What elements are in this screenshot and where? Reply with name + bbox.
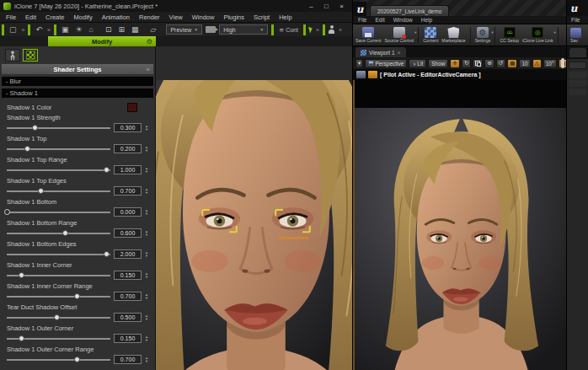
slider-value[interactable]: 0.200 bbox=[114, 144, 142, 153]
chevron-down-icon[interactable]: ▼ bbox=[490, 30, 494, 35]
angle-snap-value[interactable]: 10° bbox=[543, 59, 557, 68]
spin-down-icon[interactable]: ▼ bbox=[145, 128, 148, 131]
light-icon[interactable]: ☀ bbox=[73, 24, 83, 35]
viewport-options-button[interactable]: ▾ bbox=[355, 59, 363, 68]
slider-thumb[interactable] bbox=[19, 335, 24, 341]
spinner[interactable]: ▲▼ bbox=[145, 230, 148, 237]
layout-icon[interactable]: ▣ bbox=[60, 24, 71, 35]
slider-value[interactable]: 0.150 bbox=[114, 334, 142, 343]
spinner[interactable]: ▲▼ bbox=[145, 146, 148, 153]
spin-down-icon[interactable]: ▼ bbox=[145, 149, 148, 153]
show-button[interactable]: Show bbox=[428, 59, 448, 68]
grid-snap-value[interactable]: 10 bbox=[519, 59, 530, 68]
spinner[interactable]: ▲▼ bbox=[145, 357, 148, 363]
spinner[interactable]: ▲▼ bbox=[145, 272, 148, 279]
menu-item-script[interactable]: Script bbox=[254, 13, 270, 21]
menu-item-window[interactable]: Window bbox=[393, 17, 413, 23]
slider-track[interactable] bbox=[7, 354, 110, 365]
slider-track[interactable] bbox=[7, 333, 110, 344]
angle-snap-icon[interactable]: △ bbox=[532, 59, 542, 68]
iclone-live-link-button[interactable]: ▼iClone Live Link bbox=[521, 27, 554, 43]
slider-thumb[interactable] bbox=[54, 314, 60, 320]
spin-down-icon[interactable]: ▼ bbox=[145, 170, 148, 174]
minimize-button[interactable]: – bbox=[304, 2, 318, 11]
menu-item-view[interactable]: View bbox=[169, 13, 183, 21]
cc-setup-button[interactable]: CC Setup bbox=[499, 27, 520, 43]
details-row[interactable] bbox=[569, 72, 586, 78]
slider-value[interactable]: 1.000 bbox=[114, 165, 142, 174]
spin-down-icon[interactable]: ▼ bbox=[145, 276, 148, 279]
file-menu-item[interactable]: File bbox=[567, 16, 588, 24]
scale-tool-icon[interactable] bbox=[473, 59, 483, 68]
slider-track[interactable] bbox=[7, 143, 110, 154]
close-button[interactable]: × bbox=[334, 2, 349, 11]
slider-thumb[interactable] bbox=[24, 146, 30, 152]
rotate-tool-icon[interactable]: ↻ bbox=[462, 59, 471, 68]
slider-thumb[interactable] bbox=[74, 357, 80, 362]
menu-item-file[interactable]: File bbox=[6, 13, 16, 21]
more-icon[interactable]: » bbox=[22, 27, 25, 33]
maximize-button[interactable]: □ bbox=[319, 2, 334, 11]
actor-icon[interactable] bbox=[329, 25, 335, 34]
secondary-tab[interactable] bbox=[567, 48, 588, 59]
home-view-icon[interactable]: ⌂ bbox=[87, 24, 94, 35]
content-button[interactable]: ≋ Cont bbox=[277, 24, 300, 35]
slider-value[interactable]: 0.300 bbox=[114, 123, 142, 132]
slider-track[interactable] bbox=[7, 206, 110, 217]
section-shadow1[interactable]: - Shadow 1 bbox=[2, 88, 153, 98]
iclone-titlebar[interactable]: iClone 7 [May 26 2020] - Katherine_clean… bbox=[0, 0, 352, 12]
quality-dropdown[interactable]: High ▼ bbox=[219, 24, 268, 35]
character-render-unreal[interactable] bbox=[355, 108, 567, 370]
slider-track[interactable] bbox=[7, 270, 110, 281]
slider-thumb[interactable] bbox=[19, 272, 24, 278]
spinner[interactable]: ▲▼ bbox=[145, 335, 148, 342]
details-row[interactable] bbox=[569, 88, 586, 95]
save-current-button[interactable]: Save Current bbox=[355, 27, 382, 43]
spin-down-icon[interactable]: ▼ bbox=[145, 360, 148, 363]
settings-button[interactable]: ▼Settings bbox=[474, 27, 492, 43]
spin-down-icon[interactable]: ▼ bbox=[145, 212, 148, 216]
tab-material[interactable] bbox=[23, 49, 38, 62]
project-tab[interactable]: 20200527_LiveLink_demo bbox=[370, 5, 449, 16]
iclone-viewport[interactable] bbox=[156, 46, 352, 370]
spinner[interactable]: ▲▼ bbox=[145, 314, 148, 321]
menu-item-edit[interactable]: Edit bbox=[375, 17, 384, 23]
chevron-down-icon[interactable]: ▼ bbox=[553, 30, 557, 35]
transform-gizmo-icon[interactable]: ▱ bbox=[149, 24, 158, 35]
slider-value[interactable]: 0.000 bbox=[114, 207, 142, 217]
unreal-titlebar[interactable]: u 20200527_LiveLink_demo bbox=[353, 0, 566, 16]
tab-avatar[interactable] bbox=[5, 49, 20, 62]
secondary-titlebar[interactable]: u bbox=[567, 0, 588, 16]
select-cursor-icon[interactable] bbox=[308, 26, 313, 34]
slider-value[interactable]: 2.000 bbox=[114, 249, 142, 259]
tab-viewport1[interactable]: Viewport 1 × bbox=[355, 47, 406, 57]
camera-icon[interactable] bbox=[206, 26, 216, 33]
spinner[interactable]: ▲▼ bbox=[145, 293, 148, 300]
details-row[interactable] bbox=[569, 80, 586, 87]
slider-value[interactable]: 0.700 bbox=[114, 186, 142, 196]
spin-down-icon[interactable]: ▼ bbox=[145, 297, 148, 300]
render-mode-dropdown[interactable]: Preview ▼ bbox=[166, 24, 202, 35]
slider-thumb[interactable] bbox=[104, 167, 110, 173]
new-project-icon[interactable]: ▢ bbox=[8, 24, 19, 35]
tab-modify[interactable]: Modify ⚙ bbox=[48, 36, 156, 46]
floppy-icon[interactable] bbox=[570, 28, 581, 38]
section-blur[interactable]: - Blur bbox=[2, 77, 153, 86]
slider-thumb[interactable] bbox=[104, 251, 110, 257]
spin-down-icon[interactable]: ▼ bbox=[145, 318, 148, 321]
slider-track[interactable] bbox=[7, 291, 110, 302]
menu-item-render[interactable]: Render bbox=[139, 13, 160, 21]
spinner[interactable]: ▲▼ bbox=[145, 125, 148, 131]
menu-item-file[interactable]: File bbox=[358, 17, 366, 23]
slider-track[interactable] bbox=[7, 312, 110, 323]
slider-value[interactable]: 0.150 bbox=[114, 271, 142, 280]
more-icon[interactable]: » bbox=[339, 27, 342, 33]
spinner[interactable]: ▲▼ bbox=[145, 209, 148, 216]
slider-value[interactable]: 0.600 bbox=[114, 228, 142, 238]
more-icon[interactable]: » bbox=[316, 27, 319, 33]
spinner[interactable]: ▲▼ bbox=[145, 188, 148, 195]
spin-down-icon[interactable]: ▼ bbox=[145, 233, 148, 237]
gear-icon[interactable]: ⚙ bbox=[147, 38, 152, 46]
slider-thumb[interactable] bbox=[38, 188, 44, 194]
slider-track[interactable] bbox=[7, 185, 110, 196]
